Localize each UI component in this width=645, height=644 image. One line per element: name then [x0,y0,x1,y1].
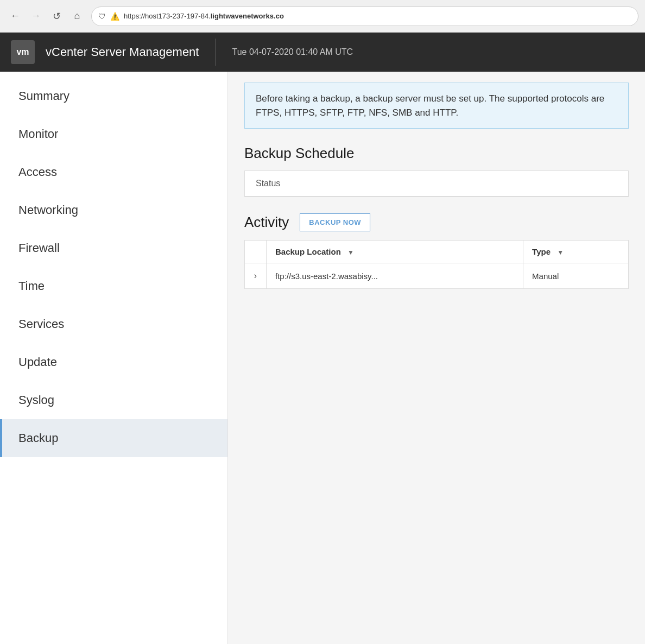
backup-now-button[interactable]: BACKUP NOW [300,213,370,231]
type-filter-icon[interactable]: ▼ [557,249,564,256]
row-location-cell: ftp://s3.us-east-2.wasabisy... [267,263,523,289]
col-type: Type ▼ [523,241,629,263]
backup-schedule-title: Backup Schedule [244,145,629,162]
sidebar-item-monitor[interactable]: Monitor [0,115,227,153]
col-expand [245,241,267,263]
backup-location-filter-icon[interactable]: ▼ [347,249,354,256]
chevron-right-icon[interactable]: › [254,271,257,280]
table-row: › ftp://s3.us-east-2.wasabisy... Manual [245,263,629,289]
shield-icon: 🛡 [98,12,106,21]
status-column-header: Status [245,171,628,197]
refresh-button[interactable]: ↺ [48,8,65,25]
sidebar-item-access[interactable]: Access [0,153,227,191]
info-banner: Before taking a backup, a backup server … [244,83,629,129]
address-bar[interactable]: 🛡 ⚠️ https://host173-237-197-84.lightwav… [91,7,638,26]
sidebar-item-services[interactable]: Services [0,305,227,343]
sidebar-item-time[interactable]: Time [0,267,227,305]
address-url: https://host173-237-197-84.lightwavenetw… [124,12,284,20]
vm-logo: vm [11,40,35,64]
activity-table: Backup Location ▼ Type ▼ › ftp://s3.us-e… [244,240,629,289]
url-domain: lightwavenetworks.co [211,12,284,20]
col-backup-location: Backup Location ▼ [267,241,523,263]
sidebar-item-networking[interactable]: Networking [0,191,227,229]
sidebar: Summary Monitor Access Networking Firewa… [0,72,228,644]
app-body: Summary Monitor Access Networking Firewa… [0,72,645,644]
sidebar-item-summary[interactable]: Summary [0,77,227,115]
url-prefix: https://host173-237-197-84. [124,12,211,20]
header-datetime: Tue 04-07-2020 01:40 AM UTC [232,47,353,57]
activity-title: Activity [244,214,289,231]
row-expand-cell[interactable]: › [245,263,267,289]
forward-button[interactable]: → [27,8,45,25]
home-button[interactable]: ⌂ [68,8,86,25]
sidebar-item-update[interactable]: Update [0,343,227,381]
activity-header: Activity BACKUP NOW [244,213,629,231]
col-type-label: Type [532,247,551,256]
back-button[interactable]: ← [7,8,24,25]
col-backup-location-label: Backup Location [275,247,341,256]
sidebar-item-firewall[interactable]: Firewall [0,229,227,267]
sidebar-item-syslog[interactable]: Syslog [0,381,227,419]
main-content: Before taking a backup, a backup server … [228,72,645,644]
sidebar-item-backup[interactable]: Backup [0,419,227,457]
browser-nav-buttons: ← → ↺ ⌂ [7,8,86,25]
warning-icon: ⚠️ [110,12,119,21]
row-type-cell: Manual [523,263,629,289]
browser-chrome: ← → ↺ ⌂ 🛡 ⚠️ https://host173-237-197-84.… [0,0,645,33]
app-header: vm vCenter Server Management Tue 04-07-2… [0,33,645,72]
status-table: Status [244,171,629,197]
app-title: vCenter Server Management [46,45,199,59]
header-divider [215,39,216,66]
